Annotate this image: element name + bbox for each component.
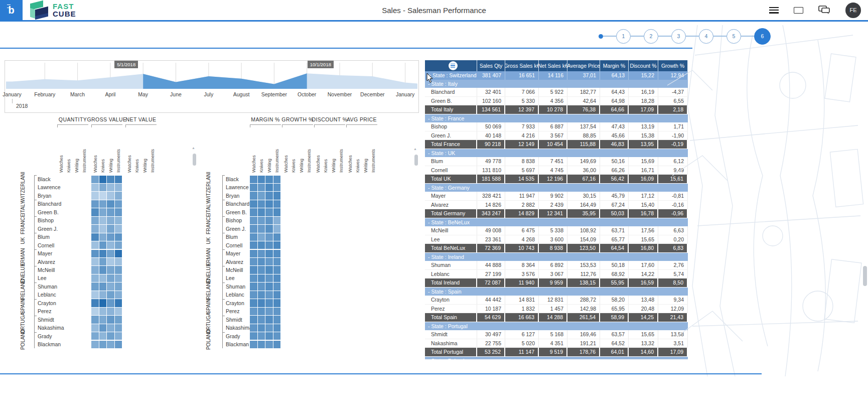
heatmap-cell[interactable] — [273, 233, 281, 241]
heatmap-cell[interactable] — [115, 233, 122, 241]
matrix-left-scrollbar-thumb[interactable] — [193, 154, 196, 166]
heatmap-cell[interactable] — [107, 192, 114, 199]
heatmap-cell[interactable] — [265, 208, 273, 216]
state-row[interactable]: - State : Portugal — [425, 322, 688, 331]
heatmap-cell[interactable] — [107, 299, 114, 307]
heatmap-cell[interactable] — [107, 225, 114, 232]
table-column-header[interactable]: Margin % — [600, 60, 629, 71]
range-end-handle[interactable]: 10/1/2018 — [308, 61, 334, 68]
heatmap-cell[interactable] — [107, 217, 114, 224]
heatmap-cell[interactable] — [258, 291, 265, 299]
heatmap-cell[interactable] — [258, 176, 265, 183]
heatmap-cell[interactable] — [265, 274, 273, 282]
heatmap-cell[interactable] — [115, 341, 122, 348]
heatmap-cell[interactable] — [265, 299, 273, 307]
table-menu-button[interactable] — [449, 61, 458, 70]
heatmap-cell[interactable] — [250, 241, 257, 249]
state-row[interactable]: - State : Poland — [425, 357, 688, 360]
heatmap-cell[interactable] — [99, 341, 107, 348]
heatmap-cell[interactable] — [250, 192, 257, 199]
heatmap-cell[interactable] — [250, 274, 257, 282]
heatmap-cell[interactable] — [99, 291, 107, 299]
stepper-step-1[interactable]: 1 — [616, 29, 631, 44]
heatmap-cell[interactable] — [258, 200, 265, 208]
heatmap-cell[interactable] — [91, 316, 99, 323]
state-row[interactable]: - State : Italy — [425, 80, 688, 88]
heatmap-cell[interactable] — [250, 208, 257, 216]
heatmap-cell[interactable] — [107, 291, 114, 299]
heatmap-cell[interactable] — [99, 258, 107, 265]
hamburger-menu-icon[interactable] — [769, 7, 779, 14]
heatmap-cell[interactable] — [250, 266, 257, 273]
heatmap-cell[interactable] — [115, 241, 122, 249]
heatmap-cell[interactable] — [115, 208, 122, 216]
state-row[interactable]: - State : Spain — [425, 288, 688, 296]
heatmap-cell[interactable] — [99, 192, 107, 199]
heatmap-cell[interactable] — [265, 184, 273, 191]
heatmap-cell[interactable] — [91, 241, 99, 249]
heatmap-cell[interactable] — [273, 184, 281, 191]
heatmap-cell[interactable] — [99, 332, 107, 340]
heatmap-cell[interactable] — [99, 184, 107, 191]
heatmap-cell[interactable] — [91, 299, 99, 307]
heatmap-cell[interactable] — [250, 225, 257, 232]
heatmap-cell[interactable] — [99, 283, 107, 290]
heatmap-cell[interactable] — [91, 184, 99, 191]
heatmap-cell[interactable] — [115, 324, 122, 332]
heatmap-cell[interactable] — [273, 176, 281, 183]
heatmap-cell[interactable] — [115, 332, 122, 340]
state-row[interactable]: + State : Switzerland381 40716 65114 116… — [425, 71, 688, 80]
heatmap-cell[interactable] — [91, 233, 99, 241]
heatmap-cell[interactable] — [273, 241, 281, 249]
heatmap-cell[interactable] — [250, 332, 257, 340]
stepper-step-6[interactable]: 6 — [754, 28, 771, 45]
heatmap-cell[interactable] — [273, 291, 281, 299]
heatmap-cell[interactable] — [258, 208, 265, 216]
heatmap-cell[interactable] — [258, 308, 265, 315]
heatmap-cell[interactable] — [107, 200, 114, 208]
heatmap-cell[interactable] — [99, 241, 107, 249]
table-column-header[interactable]: Gross Sales k€ — [505, 60, 539, 71]
scroll-up-icon[interactable]: ▲ — [192, 146, 195, 150]
heatmap-cell[interactable] — [115, 200, 122, 208]
heatmap-cell[interactable] — [250, 316, 257, 323]
heatmap-cell[interactable] — [115, 291, 122, 299]
table-column-header[interactable]: Growth % — [658, 60, 688, 71]
heatmap-cell[interactable] — [107, 341, 114, 348]
heatmap-cell[interactable] — [250, 324, 257, 332]
chat-icon[interactable] — [818, 6, 830, 15]
heatmap-cell[interactable] — [265, 283, 273, 290]
heatmap-cell[interactable] — [273, 332, 281, 340]
table-column-header[interactable]: Discount % — [629, 60, 658, 71]
heatmap-cell[interactable] — [250, 308, 257, 315]
heatmap-cell[interactable] — [273, 225, 281, 232]
heatmap-cell[interactable] — [115, 283, 122, 290]
stepper-step-3[interactable]: 3 — [671, 29, 686, 44]
heatmap-cell[interactable] — [107, 176, 114, 183]
heatmap-cell[interactable] — [258, 283, 265, 290]
heatmap-cell[interactable] — [265, 250, 273, 257]
heatmap-cell[interactable] — [273, 217, 281, 224]
heatmap-cell[interactable] — [250, 184, 257, 191]
heatmap-cell[interactable] — [258, 316, 265, 323]
heatmap-cell[interactable] — [99, 308, 107, 315]
heatmap-cell[interactable] — [258, 217, 265, 224]
heatmap-cell[interactable] — [273, 258, 281, 265]
heatmap-cell[interactable] — [91, 308, 99, 315]
state-row[interactable]: - State : France — [425, 114, 688, 123]
heatmap-cell[interactable] — [91, 283, 99, 290]
heatmap-cell[interactable] — [107, 250, 114, 257]
heatmap-cell[interactable] — [265, 316, 273, 323]
stepper-step-5[interactable]: 5 — [727, 29, 741, 44]
heatmap-cell[interactable] — [273, 299, 281, 307]
heatmap-cell[interactable] — [91, 332, 99, 340]
heatmap-cell[interactable] — [250, 250, 257, 257]
heatmap-cell[interactable] — [115, 266, 122, 273]
heatmap-cell[interactable] — [107, 266, 114, 273]
heatmap-cell[interactable] — [265, 341, 273, 348]
scroll-up-icon[interactable]: ▲ — [413, 147, 417, 151]
heatmap-cell[interactable] — [99, 225, 107, 232]
page-scrollbar-thumb[interactable] — [863, 266, 867, 286]
heatmap-cell[interactable] — [91, 250, 99, 257]
state-row[interactable]: - State : Germany — [425, 184, 688, 192]
